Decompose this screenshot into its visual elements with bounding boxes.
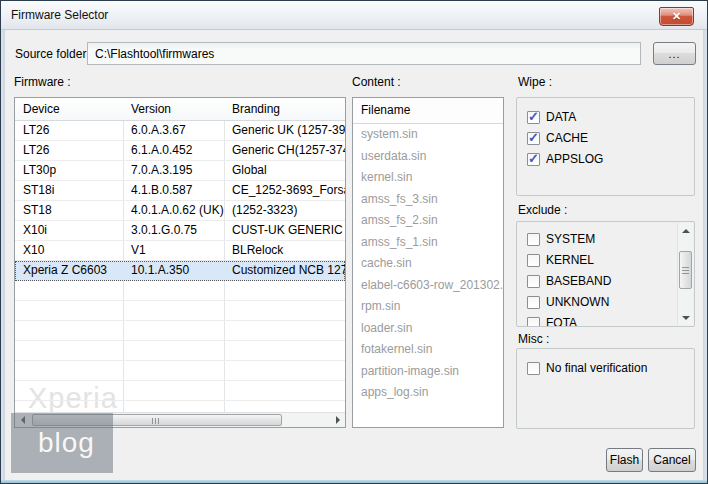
empty-row: [15, 401, 345, 412]
table-cell: 3.0.1.G.0.75: [123, 221, 224, 240]
firmware-label: Firmware :: [14, 75, 71, 89]
wipe-group: DATACACHEAPPSLOG: [516, 97, 695, 196]
content-file-item[interactable]: cache.sin: [353, 253, 503, 275]
firmware-row[interactable]: LT30p7.0.A.3.195Global: [15, 161, 345, 181]
firmware-row[interactable]: LT266.0.A.3.67Generic UK (1257-3923: [15, 121, 345, 141]
firmware-table-header: DeviceVersionBranding: [15, 98, 345, 121]
firmware-row[interactable]: ST18i4.1.B.0.587CE_1252-3693_Forsaken: [15, 181, 345, 201]
table-cell: BLRelock: [224, 241, 345, 260]
empty-row: [15, 381, 345, 401]
content-file-item[interactable]: rpm.sin: [353, 296, 503, 318]
checkbox-baseband[interactable]: [527, 275, 540, 288]
checkbox-fota[interactable]: [527, 317, 540, 328]
source-folder-value: C:\Flashtool\firmwares: [95, 47, 214, 61]
checkbox-row: KERNEL: [527, 252, 694, 268]
content-file-item[interactable]: system.sin: [353, 124, 503, 146]
window-border: [1, 480, 707, 483]
content-file-item[interactable]: partition-image.sin: [353, 361, 503, 383]
title-bar[interactable]: Firmware Selector ✕: [1, 1, 707, 30]
checkbox-row: CACHE: [527, 130, 694, 146]
content-list-body: system.sinuserdata.sinkernel.sinamss_fs_…: [353, 124, 503, 404]
blog-watermark: blog: [11, 413, 113, 473]
cancel-button[interactable]: Cancel: [648, 448, 696, 472]
content-file-item[interactable]: kernel.sin: [353, 167, 503, 189]
exclude-vscrollbar[interactable]: [677, 223, 693, 325]
table-cell: 6.1.A.0.452: [123, 141, 224, 160]
table-cell: X10: [15, 241, 123, 260]
scroll-right-arrow[interactable]: [330, 413, 345, 427]
window-border: [1, 30, 5, 480]
checkbox-data[interactable]: [527, 111, 540, 124]
firmware-table: Xperia DeviceVersionBranding LT266.0.A.3…: [14, 97, 346, 428]
content-label: Content :: [352, 75, 401, 89]
content-file-item[interactable]: loader.sin: [353, 318, 503, 340]
table-cell: (1252-3323): [224, 201, 345, 220]
content-file-item[interactable]: amss_fs_1.sin: [353, 232, 503, 254]
misc-group: No final verification: [516, 348, 695, 429]
checkbox-label: BASEBAND: [546, 274, 611, 288]
window-title: Firmware Selector: [11, 8, 108, 22]
table-cell: LT30p: [15, 161, 123, 180]
firmware-row[interactable]: ST184.0.1.A.0.62 (UK)(1252-3323): [15, 201, 345, 221]
checkbox-label: FOTA: [546, 316, 577, 327]
content-list-header[interactable]: Filename: [353, 98, 503, 124]
down-triangle-icon: [682, 316, 690, 320]
firmware-row[interactable]: X10V1BLRelock: [15, 241, 345, 261]
scroll-down-arrow[interactable]: [678, 310, 693, 325]
table-cell: LT26: [15, 141, 123, 160]
content-file-item[interactable]: amss_fs_2.sin: [353, 210, 503, 232]
table-cell: ST18: [15, 201, 123, 220]
content-list: Filename system.sinuserdata.sinkernel.si…: [352, 97, 504, 428]
empty-row: [15, 301, 345, 321]
empty-row: [15, 361, 345, 381]
flash-button[interactable]: Flash: [606, 448, 643, 472]
checkbox-row: SYSTEM: [527, 231, 694, 247]
empty-row: [15, 341, 345, 361]
table-cell: 7.0.A.3.195: [123, 161, 224, 180]
column-header-device[interactable]: Device: [15, 98, 123, 120]
checkbox-system[interactable]: [527, 233, 540, 246]
checkbox-no-final-verification[interactable]: [527, 362, 540, 375]
table-cell: V1: [123, 241, 224, 260]
browse-button[interactable]: ...: [653, 42, 696, 65]
checkbox-row: UNKNOWN: [527, 294, 694, 310]
checkbox-unknown[interactable]: [527, 296, 540, 309]
firmware-row[interactable]: Xperia Z C660310.1.A.350Customized NCB 1…: [15, 261, 345, 281]
blog-watermark-text: blog: [38, 427, 95, 459]
checkbox-kernel[interactable]: [527, 254, 540, 267]
checkbox-label: No final verification: [546, 361, 647, 375]
firmware-row[interactable]: X10i3.0.1.G.0.75CUST-UK GENERIC 123: [15, 221, 345, 241]
table-cell: Xperia Z C6603: [15, 261, 123, 280]
up-triangle-icon: [682, 229, 690, 233]
table-cell: Customized NCB 1270: [224, 261, 345, 280]
table-cell: 4.1.B.0.587: [123, 181, 224, 200]
close-button[interactable]: ✕: [659, 7, 694, 26]
content-file-item[interactable]: amss_fs_3.sin: [353, 189, 503, 211]
exclude-group: SYSTEMKERNELBASEBANDUNKNOWNFOTA: [516, 221, 695, 327]
firmware-selector-dialog: Firmware Selector ✕ Source folder : C:\F…: [0, 0, 708, 484]
source-folder-input[interactable]: C:\Flashtool\firmwares: [87, 42, 641, 65]
misc-label: Misc :: [518, 332, 549, 346]
empty-row: [15, 281, 345, 301]
checkbox-appslog[interactable]: [527, 153, 540, 166]
column-header-branding[interactable]: Branding: [224, 98, 345, 120]
checkbox-label: DATA: [546, 110, 576, 124]
checkbox-label: KERNEL: [546, 253, 594, 267]
checkbox-row: BASEBAND: [527, 273, 694, 289]
vscroll-thumb[interactable]: [679, 251, 692, 289]
firmware-row[interactable]: LT266.1.A.0.452Generic CH(1257-3740: [15, 141, 345, 161]
checkbox-row: APPSLOG: [527, 151, 694, 167]
table-cell: Generic UK (1257-3923: [224, 121, 345, 140]
table-cell: X10i: [15, 221, 123, 240]
window-border: [703, 30, 707, 480]
content-file-item[interactable]: userdata.sin: [353, 146, 503, 168]
checkbox-cache[interactable]: [527, 132, 540, 145]
content-file-item[interactable]: elabel-c6603-row_201302...: [353, 275, 503, 297]
column-header-version[interactable]: Version: [123, 98, 224, 120]
table-cell: Generic CH(1257-3740: [224, 141, 345, 160]
content-file-item[interactable]: fotakernel.sin: [353, 339, 503, 361]
scroll-up-arrow[interactable]: [678, 223, 693, 238]
content-file-item[interactable]: apps_log.sin: [353, 382, 503, 404]
table-cell: CUST-UK GENERIC 123: [224, 221, 345, 240]
exclude-options: SYSTEMKERNELBASEBANDUNKNOWNFOTA: [527, 231, 694, 327]
